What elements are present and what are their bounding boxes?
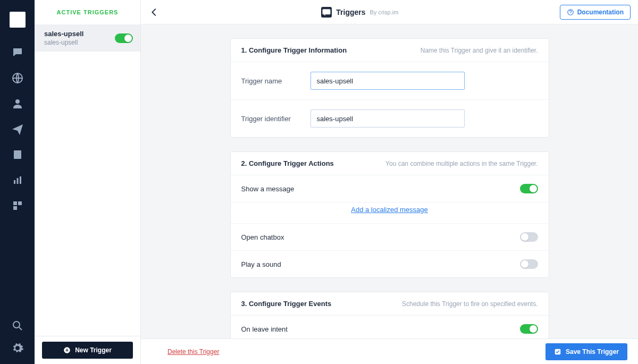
book-icon[interactable] — [11, 148, 24, 161]
action-play-sound-label: Play a sound — [241, 260, 281, 268]
send-icon[interactable] — [11, 123, 24, 136]
new-trigger-button[interactable]: New Trigger — [42, 342, 133, 359]
action-play-sound-toggle[interactable] — [520, 259, 538, 269]
event-leave-intent-label: On leave intent — [241, 325, 288, 333]
trigger-name-label: Trigger name — [241, 77, 310, 85]
page-subtitle: By crisp.im — [370, 9, 399, 15]
main: Triggers By crisp.im Documentation 1. Co… — [141, 0, 638, 364]
nav-rail — [0, 0, 35, 364]
grid-icon[interactable] — [11, 199, 24, 212]
section1-subtitle: Name this Trigger and give it an identif… — [421, 47, 538, 54]
trigger-id-input[interactable] — [310, 109, 465, 128]
svg-rect-3 — [14, 180, 15, 184]
section2-subtitle: You can combine multiple actions in the … — [385, 160, 538, 167]
trigger-list-item[interactable]: sales-upsell sales-upsell — [35, 24, 140, 52]
documentation-label: Documentation — [577, 9, 624, 16]
action-open-chatbox-label: Open chatbox — [241, 233, 284, 241]
footer-bar: Delete this Trigger Save This Trigger — [141, 338, 638, 364]
topbar: Triggers By crisp.im Documentation — [141, 0, 638, 24]
person-icon[interactable] — [11, 97, 24, 110]
new-trigger-label: New Trigger — [75, 346, 112, 354]
svg-rect-2 — [14, 150, 21, 159]
section3-subtitle: Schedule this Trigger to fire on specifi… — [402, 300, 538, 308]
add-localized-message-link[interactable]: Add a localized message — [231, 202, 549, 224]
svg-point-9 — [13, 321, 20, 328]
event-leave-intent-toggle[interactable] — [520, 324, 538, 334]
triggers-app-icon — [321, 7, 332, 18]
check-icon — [554, 348, 561, 355]
svg-rect-11 — [323, 9, 331, 14]
action-show-message-label: Show a message — [241, 185, 295, 193]
help-icon — [567, 9, 574, 16]
section3-title: 3. Configure Trigger Events — [241, 300, 332, 308]
app-logo[interactable] — [10, 12, 26, 28]
sidebar-title: ACTIVE TRIGGERS — [35, 0, 140, 24]
back-button[interactable] — [148, 6, 160, 18]
section1-title: 1. Configure Trigger Information — [241, 46, 347, 54]
search-icon[interactable] — [11, 319, 24, 332]
chat-icon[interactable] — [11, 46, 24, 59]
svg-rect-4 — [16, 178, 18, 184]
settings-icon[interactable] — [11, 342, 24, 354]
svg-rect-5 — [20, 176, 21, 184]
svg-point-1 — [15, 99, 20, 104]
svg-rect-7 — [18, 201, 22, 205]
trigger-id-label: Trigger identifier — [241, 115, 310, 123]
chart-icon[interactable] — [11, 174, 24, 187]
section-trigger-info: 1. Configure Trigger Information Name th… — [230, 38, 549, 138]
documentation-button[interactable]: Documentation — [560, 5, 631, 20]
save-trigger-button[interactable]: Save This Trigger — [545, 343, 627, 360]
section2-title: 2. Configure Trigger Actions — [241, 159, 334, 167]
globe-icon[interactable] — [11, 72, 24, 84]
action-show-message-toggle[interactable] — [520, 184, 538, 193]
sidebar: ACTIVE TRIGGERS sales-upsell sales-upsel… — [35, 0, 141, 364]
content-scroll[interactable]: 1. Configure Trigger Information Name th… — [141, 24, 638, 338]
trigger-name-input[interactable] — [310, 72, 465, 90]
delete-trigger-link[interactable]: Delete this Trigger — [167, 348, 219, 355]
save-trigger-label: Save This Trigger — [566, 348, 619, 355]
section-trigger-events: 3. Configure Trigger Events Schedule thi… — [230, 292, 549, 338]
svg-rect-8 — [13, 206, 17, 210]
trigger-item-toggle[interactable] — [115, 33, 133, 43]
page-title: Triggers — [336, 8, 365, 16]
action-open-chatbox-toggle[interactable] — [520, 232, 538, 242]
svg-rect-6 — [13, 201, 17, 205]
plus-icon — [63, 346, 71, 354]
section-trigger-actions: 2. Configure Trigger Actions You can com… — [230, 151, 549, 278]
